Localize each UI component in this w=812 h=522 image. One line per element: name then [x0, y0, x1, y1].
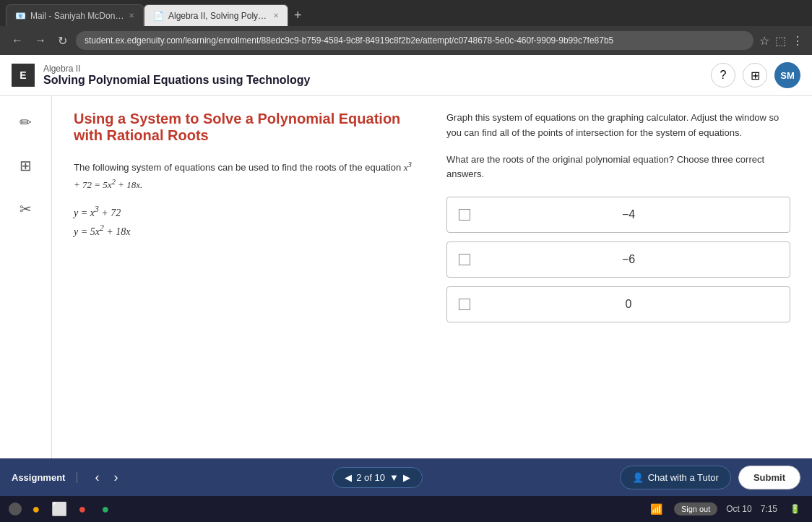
problem-intro: The following system of equations can be…	[74, 158, 418, 193]
page-header: E Algebra II Solving Polynomial Equation…	[0, 55, 812, 96]
content-left: Using a System to Solve a Polynomial Equ…	[74, 111, 418, 444]
extension-icon[interactable]: ⬚	[775, 34, 786, 48]
answer-value-zero: 0	[479, 298, 778, 311]
taskbar-chrome-icon[interactable]: ●	[27, 500, 45, 518]
avatar-button[interactable]: SM	[774, 62, 800, 88]
algebra-tab-close[interactable]: ✕	[273, 12, 279, 20]
sidebar-grid-icon[interactable]: ⊞	[12, 151, 40, 180]
checkbox-neg4[interactable]	[459, 209, 470, 221]
sign-out-button[interactable]: Sign out	[674, 502, 717, 515]
address-input[interactable]	[76, 31, 753, 50]
lesson-title: Solving Polynomial Equations using Techn…	[43, 74, 702, 87]
answer-value-neg6: −6	[479, 253, 778, 266]
browser-window: 📧 Mail - Saniyah McDonald - Ou... ✕ 📄 Al…	[0, 0, 812, 522]
bottom-bar: Assignment ‹ › ◀ 2 of 10 ▼ ▶ 👤 Chat with…	[0, 458, 812, 496]
answer-choices: −4 −6 0	[446, 197, 790, 322]
answer-option-zero[interactable]: 0	[446, 286, 790, 322]
refresh-button[interactable]: ↻	[55, 31, 70, 51]
taskbar-meet-icon[interactable]: ●	[97, 500, 114, 518]
back-button[interactable]: ←	[9, 31, 26, 50]
mail-tab-icon: 📧	[15, 11, 26, 21]
nav-arrows: ‹ ›	[77, 467, 135, 488]
page-indicator-arrow-next: ▶	[403, 472, 410, 483]
bookmark-icon[interactable]: ☆	[759, 34, 769, 48]
page-indicator: ◀ 2 of 10 ▼ ▶	[135, 467, 619, 488]
taskbar-apps-icon[interactable]: ●	[74, 500, 91, 518]
chat-icon: 👤	[632, 472, 644, 483]
tab-mail[interactable]: 📧 Mail - Saniyah McDonald - Ou... ✕	[6, 4, 144, 26]
subject-label: Algebra II	[43, 64, 702, 74]
taskbar-status-icons: 📶 Sign out Oct 10 7:15 🔋	[648, 500, 803, 518]
page-content: E Algebra II Solving Polynomial Equation…	[0, 55, 812, 496]
tab-bar: 📧 Mail - Saniyah McDonald - Ou... ✕ 📄 Al…	[0, 0, 812, 26]
mail-tab-close[interactable]: ✕	[129, 12, 134, 20]
menu-icon[interactable]: ⋮	[792, 34, 803, 48]
taskbar-files-icon[interactable]: ⬜	[51, 500, 68, 518]
bottom-actions: 👤 Chat with a Tutor Submit	[620, 466, 800, 489]
forward-button[interactable]: →	[32, 31, 49, 50]
prev-button[interactable]: ‹	[89, 467, 105, 488]
next-button[interactable]: ›	[108, 467, 124, 488]
course-icon: E	[12, 64, 35, 87]
sidebar-pencil-icon[interactable]: ✏	[12, 108, 40, 137]
submit-button[interactable]: Submit	[738, 466, 800, 489]
page-indicator-arrow-left: ◀	[345, 472, 352, 483]
date-display: Oct 10	[726, 504, 751, 514]
header-title-block: Algebra II Solving Polynomial Equations …	[43, 64, 702, 87]
algebra-tab-label: Algebra II, Solving Polynomial E...	[168, 11, 269, 21]
answer-option-neg6[interactable]: −6	[446, 241, 790, 278]
sidebar: ✏ ⊞ ✂	[0, 96, 52, 458]
assignment-label: Assignment	[12, 472, 77, 483]
chat-tutor-button[interactable]: 👤 Chat with a Tutor	[620, 466, 731, 489]
chat-tutor-label: Chat with a Tutor	[648, 472, 719, 483]
graph-instruction: Graph this system of equations on the gr…	[446, 111, 790, 141]
bookmark-lesson-button[interactable]: ⊞	[743, 63, 767, 87]
address-bar: ← → ↻ ☆ ⬚ ⋮	[0, 26, 812, 55]
checkbox-zero[interactable]	[459, 299, 470, 310]
page-indicator-arrow-right: ▼	[389, 472, 399, 483]
taskbar-circle[interactable]	[9, 502, 22, 515]
header-actions: ? ⊞ SM	[711, 62, 800, 88]
content-area: Using a System to Solve a Polynomial Equ…	[52, 96, 812, 458]
page-indicator-text: 2 of 10	[356, 472, 385, 483]
algebra-tab-icon: 📄	[153, 11, 164, 21]
main-equation: x3 + 72 = 5x2 + 18x.	[74, 162, 412, 190]
question-text: What are the roots of the original polyn…	[446, 153, 790, 183]
equation-1: y = x3 + 72	[74, 205, 418, 219]
sidebar-tools-icon[interactable]: ✂	[12, 194, 40, 223]
equation-2: y = 5x2 + 18x	[74, 223, 418, 238]
page-title: Using a System to Solve a Polynomial Equ…	[74, 111, 418, 144]
taskbar-wifi-icon[interactable]: 📶	[648, 500, 665, 518]
mail-tab-label: Mail - Saniyah McDonald - Ou...	[30, 11, 124, 21]
answer-option-neg4[interactable]: −4	[446, 197, 790, 233]
page-indicator-button[interactable]: ◀ 2 of 10 ▼ ▶	[332, 467, 423, 488]
hint-button[interactable]: ?	[711, 63, 735, 87]
main-layout: ✏ ⊞ ✂ Using a System to Solve a Polynomi…	[0, 96, 812, 458]
toolbar-icons: ☆ ⬚ ⋮	[759, 34, 803, 48]
taskbar: ● ⬜ ● ● 📶 Sign out Oct 10 7:15 🔋	[0, 496, 812, 522]
content-right: Graph this system of equations on the gr…	[446, 111, 790, 444]
taskbar-battery-icon[interactable]: 🔋	[786, 500, 803, 518]
answer-value-neg4: −4	[479, 208, 778, 221]
new-tab-button[interactable]: +	[288, 4, 308, 26]
tab-algebra[interactable]: 📄 Algebra II, Solving Polynomial E... ✕	[144, 4, 288, 26]
checkbox-neg6[interactable]	[459, 254, 470, 265]
time-display: 7:15	[761, 504, 777, 514]
